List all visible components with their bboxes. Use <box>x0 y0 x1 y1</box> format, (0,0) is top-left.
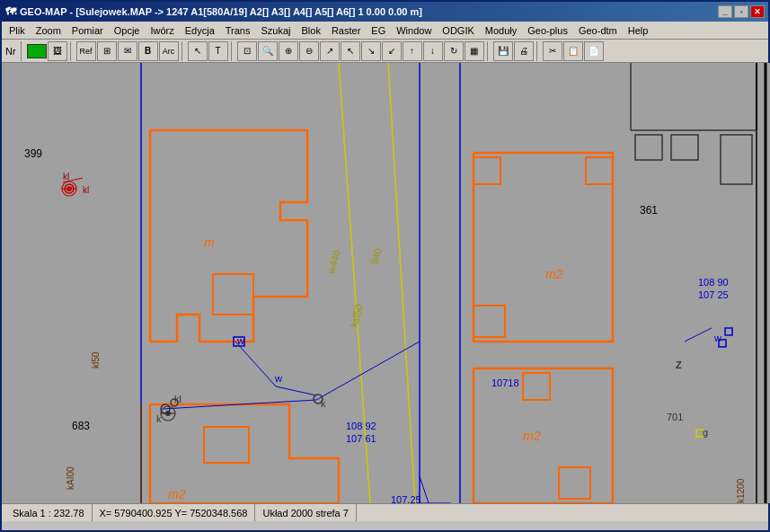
zoom-out-btn[interactable]: ⊖ <box>299 41 319 61</box>
label-w40-2: w <box>713 332 721 343</box>
menu-odgik[interactable]: ODGIK <box>437 23 479 38</box>
copy-btn[interactable]: 📋 <box>563 41 583 61</box>
label-10718: 10718 <box>491 377 519 388</box>
menu-szukaj[interactable]: Szukaj <box>255 23 296 38</box>
label-w2: w <box>274 373 282 384</box>
svg-rect-0 <box>2 63 770 503</box>
menu-iworz[interactable]: Iwórz <box>145 23 179 38</box>
coords-label: X= 5790400.925 Y= 7520348.568 <box>100 508 248 519</box>
toolbar-sep-1 <box>21 41 24 61</box>
label-10725-top: 107 25 <box>698 289 729 300</box>
label-kl50: kl50 <box>91 351 101 368</box>
titlebar-left: 🗺 GEO-MAP - [Sulejowek.MAP -> 1247 A1[58… <box>5 5 422 18</box>
titlebar: 🗺 GEO-MAP - [Sulejowek.MAP -> 1247 A1[58… <box>2 2 768 22</box>
scale-section: Skala 1 : 232.78 <box>5 504 93 521</box>
bold-btn[interactable]: B <box>138 41 158 61</box>
system-label: Układ 2000 strefa 7 <box>262 508 348 519</box>
toolbar-sep-4 <box>231 41 235 61</box>
paste-btn[interactable]: 📄 <box>584 41 604 61</box>
menu-help[interactable]: Help <box>623 23 654 38</box>
restore-button[interactable]: ▫ <box>734 5 748 18</box>
hatch-btn[interactable]: ▦ <box>465 41 484 61</box>
statusbar: Skala 1 : 232.78 X= 5790400.925 Y= 75203… <box>2 503 768 521</box>
menu-blok[interactable]: Blok <box>296 23 326 38</box>
select-btn[interactable]: ↖ <box>188 41 208 61</box>
label-k2: k <box>321 398 326 409</box>
label-m2-right-top: m2 <box>545 267 563 281</box>
coords-section: X= 5790400.925 Y= 7520348.568 <box>93 504 256 521</box>
refresh-btn[interactable]: ↻ <box>444 41 464 61</box>
label-z: Z <box>676 359 682 370</box>
ref-btn[interactable]: Ref <box>76 41 96 61</box>
menu-zoom[interactable]: Zoom <box>31 23 66 38</box>
map-svg: 399 683 316 361 701 m m2 m2 m2 w440 940 … <box>2 63 770 503</box>
label-10892: 108 92 <box>346 421 376 431</box>
label-683: 683 <box>72 420 90 432</box>
system-section: Układ 2000 strefa 7 <box>255 504 356 521</box>
menubar: Plik Zoom Pomiar Opcje Iwórz Edycja Tran… <box>2 22 768 40</box>
label-m2-left: m2 <box>168 487 186 501</box>
label-w1: w <box>236 335 244 346</box>
pan-se-btn[interactable]: ↘ <box>361 41 381 61</box>
menu-pomiar[interactable]: Pomiar <box>66 23 109 38</box>
color-btn[interactable] <box>27 44 47 58</box>
label-k1: k <box>156 413 162 424</box>
menu-plik[interactable]: Plik <box>4 23 31 38</box>
label-m2-right-bot: m2 <box>523 429 541 443</box>
label-kl2: kl <box>83 185 89 195</box>
pan-up-btn[interactable]: ↑ <box>403 41 422 61</box>
label-m: m <box>204 235 215 250</box>
app-frame: 🗺 GEO-MAP - [Sulejowek.MAP -> 1247 A1[58… <box>0 0 770 532</box>
text-btn[interactable]: T <box>208 41 228 61</box>
toolbar-sep-3 <box>181 41 185 61</box>
pan-down-btn[interactable]: ↓ <box>423 41 443 61</box>
save-btn[interactable]: 💾 <box>493 41 513 61</box>
close-button[interactable]: ✕ <box>750 5 765 18</box>
label-701: 701 <box>667 412 683 422</box>
pan-sw-btn[interactable]: ↙ <box>382 41 402 61</box>
label-361: 361 <box>640 204 658 217</box>
menu-geoplus[interactable]: Geo-plus <box>522 23 573 38</box>
label-kai00: kAI00 <box>66 466 75 490</box>
nr-label: Nr <box>4 46 18 57</box>
menu-geodtm[interactable]: Geo-dtm <box>573 23 623 38</box>
label-399: 399 <box>24 147 42 160</box>
menu-raster[interactable]: Raster <box>326 23 366 38</box>
label-g: g <box>703 427 708 438</box>
scale-label: Skala 1 : 232.78 <box>13 508 84 519</box>
minimize-button[interactable]: _ <box>718 5 732 18</box>
print-btn[interactable]: 🖨 <box>514 41 534 61</box>
menu-window[interactable]: Window <box>391 23 437 38</box>
zoom-extent-btn[interactable]: ⊡ <box>237 41 257 61</box>
title-text: GEO-MAP - [Sulejowek.MAP -> 1247 A1[580A… <box>20 6 422 17</box>
menu-opcje[interactable]: Opcje <box>109 23 146 38</box>
image-btn[interactable]: 🖼 <box>48 41 67 61</box>
label-10725-bot: 107.25 <box>391 494 421 503</box>
app-icon: 🗺 <box>5 5 16 18</box>
menu-eg[interactable]: EG <box>366 23 391 38</box>
titlebar-controls: _ ▫ ✕ <box>718 5 765 18</box>
zoom-in-btn[interactable]: ⊕ <box>279 41 298 61</box>
menu-trans[interactable]: Trans <box>220 23 256 38</box>
zoom-window-btn[interactable]: 🔍 <box>258 41 278 61</box>
label-10890: 108 90 <box>698 277 729 288</box>
arc-btn[interactable]: Arc <box>159 41 179 61</box>
toolbar-sep-5 <box>487 41 491 61</box>
map-area[interactable]: 399 683 316 361 701 m m2 m2 m2 w440 940 … <box>2 63 770 503</box>
label-10761: 107 61 <box>346 433 376 444</box>
menu-edycja[interactable]: Edycja <box>180 23 220 38</box>
menu-moduly[interactable]: Moduły <box>480 23 522 38</box>
cut-btn[interactable]: ✂ <box>543 41 562 61</box>
toolbar-sep-6 <box>536 41 540 61</box>
label-kl1: kl <box>63 172 69 182</box>
pan-ne-btn[interactable]: ↗ <box>320 41 340 61</box>
label-k1200: k1200 <box>736 478 746 503</box>
pan-nw-btn[interactable]: ↖ <box>341 41 360 61</box>
mail-btn[interactable]: ✉ <box>118 41 137 61</box>
toolbar-sep-2 <box>70 41 74 61</box>
toolbar: Nr 🖼 Ref ⊞ ✉ B Arc ↖ T ⊡ 🔍 ⊕ ⊖ ↗ ↖ ↘ ↙ ↑… <box>2 40 768 63</box>
grid-btn[interactable]: ⊞ <box>97 41 117 61</box>
label-kl3: kl <box>174 394 181 404</box>
